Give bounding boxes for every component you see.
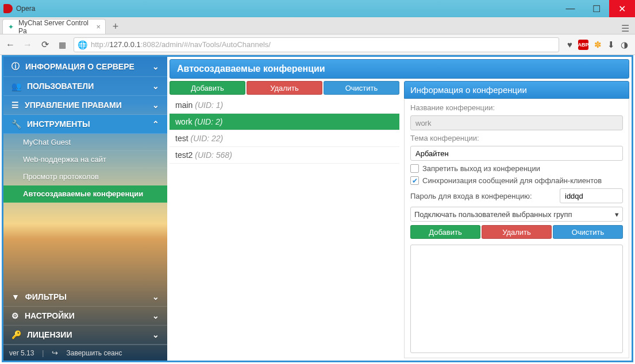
logout-icon: ↪	[52, 348, 58, 357]
sidebar-item-settings[interactable]: ⚙ НАСТРОЙКИ ⌄	[3, 307, 167, 326]
gear-icon: ⚙	[11, 311, 19, 320]
tab-favicon: ✦	[7, 23, 15, 31]
sync-offline-label: Синхронизация сообщений для оффлайн-клие…	[422, 176, 602, 185]
sidebar-item-users[interactable]: 👥 ПОЛЬЗОВАТЕЛИ ⌄	[3, 77, 167, 96]
sidebar-item-filters[interactable]: ▼ ФИЛЬТРЫ ⌄	[3, 288, 167, 307]
clear-button[interactable]: Очистить	[324, 81, 399, 95]
abp-icon[interactable]: ABP	[578, 40, 588, 50]
list-item[interactable]: main (UID: 1)	[170, 97, 399, 114]
extension-paw-icon[interactable]: ✽	[594, 40, 602, 50]
list-icon: ☰	[11, 100, 19, 110]
speed-dial-icon[interactable]: ▦	[56, 40, 68, 49]
conference-list: main (UID: 1) work (UID: 2) test (UID: 2…	[170, 97, 399, 358]
conference-list-panel: Добавить Удалить Очистить main (UID: 1) …	[170, 81, 399, 358]
chevron-down-icon: ⌄	[152, 292, 159, 301]
select-value: Подключать пользователей выбранных групп	[414, 210, 572, 219]
forbid-leave-label: Запретить выход из конференции	[422, 164, 540, 173]
heart-icon[interactable]: ♥	[567, 40, 572, 49]
conference-info-panel: Информация о конференции Название конфер…	[404, 81, 629, 358]
chevron-up-icon: ⌃	[152, 119, 159, 129]
os-titlebar: Opera — ☐ ✕	[0, 0, 635, 17]
window-maximize[interactable]: ☐	[583, 0, 609, 17]
list-item[interactable]: work (UID: 2)	[170, 114, 399, 130]
sidebar-label: ИНСТРУМЕНТЫ	[27, 119, 90, 129]
nav-forward-icon: →	[22, 40, 33, 50]
delete-button[interactable]: Удалить	[247, 81, 322, 95]
groups-delete-button[interactable]: Удалить	[482, 225, 552, 239]
chevron-down-icon: ⌄	[152, 330, 159, 339]
browser-tab[interactable]: ✦ MyChat Server Control Pa ×	[2, 19, 106, 34]
sidebar-label: ФИЛЬТРЫ	[25, 292, 67, 301]
sidebar-sub-protocols[interactable]: Просмотр протоколов	[3, 168, 167, 185]
info-icon: ⓘ	[11, 61, 20, 72]
chevron-down-icon: ⌄	[152, 82, 159, 91]
list-item[interactable]: test2 (UID: 568)	[170, 147, 399, 164]
name-field	[410, 115, 623, 130]
add-button[interactable]: Добавить	[170, 81, 245, 95]
key-icon: 🔑	[11, 330, 21, 339]
wrench-icon: 🔧	[11, 119, 21, 129]
address-bar[interactable]: 🌐 http://127.0.0.1:8082/admin/#/navTools…	[74, 37, 559, 52]
sidebar-sub-guest[interactable]: MyChat Guest	[3, 134, 167, 151]
browser-menu-icon[interactable]: ☰	[619, 23, 635, 34]
filter-icon: ▼	[11, 292, 20, 301]
site-info-icon[interactable]: 🌐	[78, 40, 87, 49]
new-tab-button[interactable]: +	[108, 19, 123, 34]
list-item[interactable]: test (UID: 22)	[170, 130, 399, 147]
connect-mode-select[interactable]: Подключать пользователей выбранных групп…	[410, 207, 623, 222]
sidebar-label: ИНФОРМАЦИЯ О СЕРВЕРЕ	[25, 62, 134, 71]
chevron-down-icon: ⌄	[152, 100, 159, 110]
sidebar-label: УПРАВЛЕНИЕ ПРАВАМИ	[25, 100, 122, 110]
nav-back-icon[interactable]: ←	[5, 40, 16, 50]
password-label: Пароль для входа в конференцию:	[410, 192, 555, 200]
topic-label: Тема конференции:	[410, 134, 623, 142]
groups-add-button[interactable]: Добавить	[410, 225, 480, 239]
content-area: Автосоздаваемые конференции Добавить Уда…	[167, 57, 632, 361]
nav-reload-icon[interactable]: ⟳	[39, 39, 51, 50]
chevron-down-icon: ⌄	[152, 311, 159, 320]
url-toolbar: ← → ⟳ ▦ 🌐 http://127.0.0.1:8082/admin/#/…	[0, 34, 635, 55]
groups-listbox[interactable]	[410, 245, 623, 353]
name-label: Название конференции:	[410, 103, 623, 112]
chevron-down-icon: ⌄	[152, 62, 159, 71]
password-field[interactable]	[560, 188, 623, 203]
page-title: Автосоздаваемые конференции	[170, 59, 629, 79]
groups-clear-button[interactable]: Очистить	[553, 225, 623, 239]
tab-strip: ✦ MyChat Server Control Pa × + ☰	[0, 17, 635, 34]
chevron-down-icon: ▾	[615, 210, 619, 219]
forbid-leave-checkbox[interactable]	[410, 164, 419, 173]
sync-offline-checkbox[interactable]: ✔	[410, 176, 419, 185]
sidebar-item-tools[interactable]: 🔧 ИНСТРУМЕНТЫ ⌃	[3, 115, 167, 134]
window-minimize[interactable]: —	[557, 0, 583, 17]
window-title: Opera	[16, 5, 557, 13]
opera-icon	[3, 4, 13, 13]
sidebar-item-licenses[interactable]: 🔑 ЛИЦЕНЗИИ ⌄	[3, 326, 167, 344]
sidebar-sub-autoconf[interactable]: Автосоздаваемые конференции	[3, 185, 167, 203]
sidebar: ⓘ ИНФОРМАЦИЯ О СЕРВЕРЕ ⌄ 👥 ПОЛЬЗОВАТЕЛИ …	[3, 57, 167, 361]
download-icon[interactable]: ⬇	[607, 40, 615, 50]
sidebar-label: НАСТРОЙКИ	[25, 311, 75, 320]
sidebar-item-server-info[interactable]: ⓘ ИНФОРМАЦИЯ О СЕРВЕРЕ ⌄	[3, 57, 167, 77]
logout-link[interactable]: Завершить сеанс	[66, 349, 122, 357]
window-close[interactable]: ✕	[609, 0, 635, 17]
url-text: http://127.0.0.1:8082/admin/#/navTools/A…	[91, 40, 271, 49]
sync-icon[interactable]: ◑	[621, 40, 628, 50]
topic-field[interactable]	[410, 146, 623, 161]
panel-title: Информация о конференции	[404, 81, 629, 99]
sidebar-item-rights[interactable]: ☰ УПРАВЛЕНИЕ ПРАВАМИ ⌄	[3, 96, 167, 115]
sidebar-label: ПОЛЬЗОВАТЕЛИ	[27, 82, 94, 91]
app-frame: ⓘ ИНФОРМАЦИЯ О СЕРВЕРЕ ⌄ 👥 ПОЛЬЗОВАТЕЛИ …	[2, 55, 633, 362]
tab-close-icon[interactable]: ×	[96, 22, 101, 31]
tab-title: MyChat Server Control Pa	[18, 19, 93, 35]
sidebar-sub-websupport[interactable]: Web-поддержка на сайт	[3, 151, 167, 168]
users-icon: 👥	[11, 82, 21, 91]
version-label: ver 5.13	[9, 349, 34, 357]
sidebar-label: ЛИЦЕНЗИИ	[27, 330, 72, 339]
sidebar-footer: ver 5.13 | ↪ Завершить сеанс	[3, 344, 167, 361]
